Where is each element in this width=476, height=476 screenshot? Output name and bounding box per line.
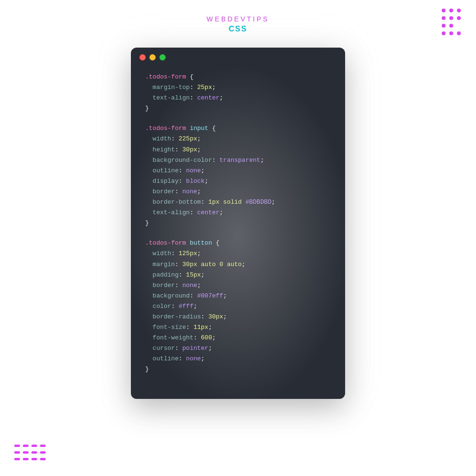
- code-line: padding: 15px;: [145, 270, 331, 280]
- bottom-left-decoration: [14, 445, 46, 462]
- code-line: outline: none;: [145, 166, 331, 176]
- deco-dash: [14, 451, 20, 454]
- code-line: .todos-form {: [145, 72, 331, 82]
- top-right-decoration: [442, 9, 462, 36]
- code-line: display: block;: [145, 176, 331, 187]
- deco-dash: [23, 458, 29, 460]
- code-line: width: 125px;: [145, 248, 331, 259]
- code-line: color: #fff;: [145, 301, 331, 312]
- code-line: font-weight: 600;: [145, 333, 331, 343]
- deco-dash: [23, 451, 29, 454]
- code-line: margin-top: 25px;: [145, 82, 331, 93]
- selector: .todos-form: [145, 125, 186, 132]
- deco-dot: [442, 31, 446, 35]
- window-titlebar: [131, 48, 345, 67]
- code-line: background-color: transparent;: [145, 155, 331, 166]
- deco-dot: [449, 24, 453, 28]
- deco-dot: [442, 24, 446, 28]
- traffic-light-red[interactable]: [139, 54, 146, 60]
- deco-dash: [40, 451, 46, 454]
- deco-dot: [449, 16, 453, 20]
- code-line: border: none;: [145, 280, 331, 291]
- code-block-2: .todos-form input { width: 225px; height…: [145, 123, 331, 228]
- code-line: border-radius: 30px;: [145, 312, 331, 322]
- code-line: background: #007eff;: [145, 291, 331, 301]
- header: WEBDEVTIPS CSS: [207, 15, 269, 33]
- deco-dot: [442, 16, 446, 20]
- code-line: margin: 30px auto 0 auto;: [145, 259, 331, 270]
- code-line: }: [145, 364, 331, 375]
- code-line: font-size: 11px;: [145, 322, 331, 333]
- deco-dash: [14, 458, 20, 460]
- deco-dot: [442, 9, 446, 12]
- deco-dot: [449, 31, 453, 35]
- code-line: border-bottom: 1px solid #BDBDBD;: [145, 197, 331, 208]
- code-line: }: [145, 103, 331, 114]
- selector: .todos-form: [145, 239, 186, 247]
- deco-dash: [31, 458, 37, 460]
- deco-dash: [31, 445, 37, 447]
- code-line: width: 225px;: [145, 134, 331, 144]
- deco-dash: [23, 445, 29, 447]
- code-line: outline: none;: [145, 354, 331, 364]
- traffic-light-yellow[interactable]: [149, 54, 156, 60]
- deco-dash: [14, 445, 20, 447]
- deco-dash: [40, 445, 46, 447]
- selector: .todos-form: [145, 73, 186, 80]
- code-block-3: .todos-form button { width: 125px; margi…: [145, 238, 331, 375]
- code-content: .todos-form { margin-top: 25px; text-ali…: [131, 67, 345, 399]
- traffic-light-green[interactable]: [159, 54, 166, 60]
- deco-dot-tall: [457, 16, 461, 20]
- code-line: border: none;: [145, 187, 331, 197]
- code-block-1: .todos-form { margin-top: 25px; text-ali…: [145, 72, 331, 114]
- code-line: .todos-form input {: [145, 123, 331, 134]
- code-line: height: 30px;: [145, 145, 331, 155]
- code-line: text-align: center;: [145, 208, 331, 218]
- category-label: CSS: [229, 25, 248, 33]
- deco-dash: [31, 451, 37, 454]
- code-line: .todos-form button {: [145, 238, 331, 248]
- deco-dot: [457, 9, 461, 12]
- deco-dot: [457, 31, 461, 35]
- deco-dash: [40, 458, 46, 460]
- code-line: }: [145, 218, 331, 228]
- page-container: WEBDEVTIPS CSS: [0, 0, 476, 476]
- site-title: WEBDEVTIPS: [207, 15, 269, 23]
- code-window: .todos-form { margin-top: 25px; text-ali…: [131, 48, 345, 399]
- code-line: text-align: center;: [145, 93, 331, 103]
- code-line: cursor: pointer;: [145, 343, 331, 354]
- deco-dot: [449, 9, 453, 12]
